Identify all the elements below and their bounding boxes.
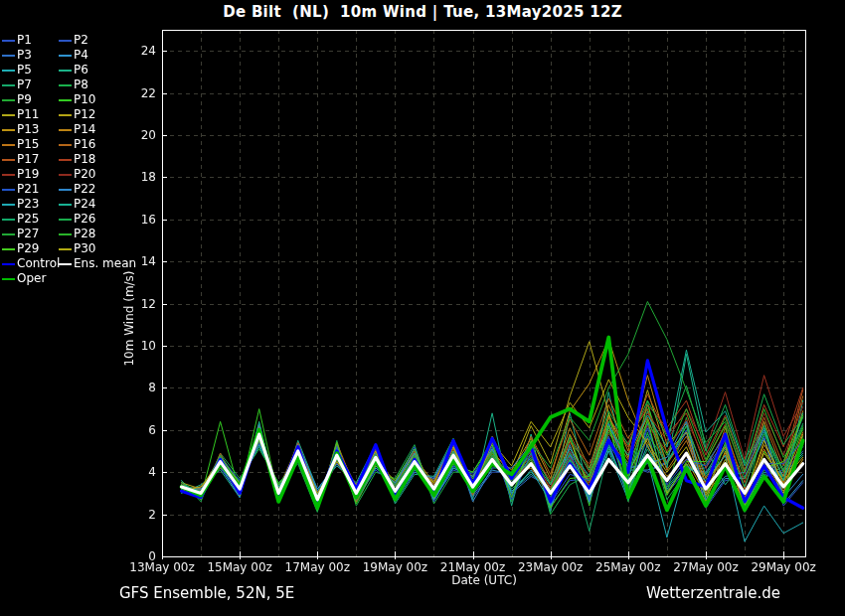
x-axis-title: Date (UTC) bbox=[434, 573, 534, 587]
legend-item-p14: P14 bbox=[59, 122, 136, 137]
legend-item-p29: P29 bbox=[2, 241, 59, 256]
legend-item-p19: P19 bbox=[2, 167, 59, 182]
legend-item-p18: P18 bbox=[59, 152, 136, 167]
legend-label: P8 bbox=[74, 77, 88, 92]
legend: P1P2P3P4P5P6P7P8P9P10P11P12P13P14P15P16P… bbox=[2, 33, 136, 286]
legend-label: P28 bbox=[74, 227, 96, 241]
x-tick-label: 23May 00z bbox=[511, 560, 591, 574]
legend-item-p23: P23 bbox=[2, 197, 59, 212]
legend-label: P22 bbox=[74, 182, 96, 197]
legend-item-p25: P25 bbox=[2, 212, 59, 227]
legend-label: P11 bbox=[17, 107, 40, 122]
legend-label: P9 bbox=[17, 92, 32, 107]
legend-label: P1 bbox=[17, 33, 32, 48]
legend-item-p10: P10 bbox=[59, 92, 136, 107]
legend-label: P16 bbox=[74, 137, 96, 152]
legend-label: P5 bbox=[17, 63, 32, 77]
legend-label: P7 bbox=[17, 77, 32, 92]
x-tick-label: 15May 00z bbox=[200, 560, 279, 574]
legend-color-line bbox=[2, 55, 15, 57]
legend-label: P26 bbox=[74, 212, 96, 227]
x-tick-label: 13May 00z bbox=[122, 560, 202, 574]
legend-label: P27 bbox=[17, 227, 40, 241]
legend-label: P24 bbox=[74, 197, 96, 212]
legend-color-line bbox=[2, 189, 15, 191]
legend-color-line bbox=[59, 144, 72, 146]
legend-item-p1: P1 bbox=[2, 33, 59, 48]
x-tick-label: 27May 00z bbox=[666, 560, 746, 574]
legend-item-p27: P27 bbox=[2, 227, 59, 241]
legend-color-line bbox=[2, 174, 15, 176]
legend-color-line bbox=[2, 204, 15, 206]
legend-color-line bbox=[2, 129, 15, 131]
legend-color-line bbox=[59, 129, 72, 131]
x-tick-label: 17May 00z bbox=[277, 560, 357, 574]
legend-color-line bbox=[59, 174, 72, 176]
legend-label: P3 bbox=[17, 48, 32, 63]
y-tick-label: 8 bbox=[122, 380, 156, 395]
legend-color-line bbox=[2, 219, 15, 221]
legend-item-p30: P30 bbox=[59, 241, 136, 256]
legend-item-p11: P11 bbox=[2, 107, 59, 122]
legend-label: P18 bbox=[74, 152, 96, 167]
legend-label: P29 bbox=[17, 241, 40, 256]
legend-label: P13 bbox=[17, 122, 40, 137]
legend-item-p24: P24 bbox=[59, 197, 136, 212]
legend-color-line bbox=[59, 40, 72, 42]
legend-label: P4 bbox=[74, 48, 88, 63]
legend-label: Oper bbox=[17, 271, 46, 286]
legend-color-line bbox=[2, 84, 15, 86]
legend-item-p8: P8 bbox=[59, 77, 136, 92]
legend-item-p6: P6 bbox=[59, 63, 136, 77]
legend-color-line bbox=[2, 144, 15, 146]
legend-color-line bbox=[59, 263, 72, 265]
legend-item-p13: P13 bbox=[2, 122, 59, 137]
legend-color-line bbox=[59, 189, 72, 191]
legend-item-p9: P9 bbox=[2, 92, 59, 107]
legend-color-line bbox=[2, 278, 15, 280]
legend-item-p20: P20 bbox=[59, 167, 136, 182]
legend-item-p2: P2 bbox=[59, 33, 136, 48]
legend-color-line bbox=[2, 70, 15, 72]
legend-color-line bbox=[59, 204, 72, 206]
legend-item-oper: Oper bbox=[2, 271, 59, 286]
legend-label: Control bbox=[17, 256, 60, 271]
y-tick-label: 4 bbox=[122, 464, 156, 480]
legend-item-p3: P3 bbox=[2, 48, 59, 63]
legend-item-p4: P4 bbox=[59, 48, 136, 63]
legend-item-p5: P5 bbox=[2, 63, 59, 77]
legend-color-line bbox=[59, 99, 72, 101]
legend-label: P21 bbox=[17, 182, 40, 197]
footer-site-name: Wetterzentrale.de bbox=[646, 584, 780, 602]
legend-item-p7: P7 bbox=[2, 77, 59, 92]
x-tick-label: 29May 00z bbox=[744, 560, 823, 574]
legend-color-line bbox=[59, 70, 72, 72]
legend-label: P2 bbox=[74, 33, 88, 48]
legend-label: P30 bbox=[74, 241, 96, 256]
legend-label: P19 bbox=[17, 167, 40, 182]
legend-color-line bbox=[2, 99, 15, 101]
legend-color-line bbox=[59, 84, 72, 86]
legend-color-line bbox=[2, 159, 15, 161]
legend-item-ens-mean: Ens. mean bbox=[59, 256, 136, 271]
legend-label: P14 bbox=[74, 122, 96, 137]
legend-color-line bbox=[2, 114, 15, 116]
legend-label: P10 bbox=[74, 92, 96, 107]
legend-label: P20 bbox=[74, 167, 96, 182]
legend-item-p12: P12 bbox=[59, 107, 136, 122]
legend-color-line bbox=[59, 55, 72, 57]
legend-item-p17: P17 bbox=[2, 152, 59, 167]
legend-item-p28: P28 bbox=[59, 227, 136, 241]
legend-color-line bbox=[59, 114, 72, 116]
legend-label: P15 bbox=[17, 137, 40, 152]
legend-color-line bbox=[2, 40, 15, 42]
x-tick-label: 19May 00z bbox=[355, 560, 434, 574]
legend-label: P6 bbox=[74, 63, 88, 77]
legend-item-p21: P21 bbox=[2, 182, 59, 197]
legend-color-line bbox=[2, 233, 15, 235]
footer-model-info: GFS Ensemble, 52N, 5E bbox=[119, 584, 294, 602]
legend-label: P12 bbox=[74, 107, 96, 122]
legend-item-p15: P15 bbox=[2, 137, 59, 152]
legend-color-line bbox=[2, 263, 15, 265]
legend-item-p16: P16 bbox=[59, 137, 136, 152]
